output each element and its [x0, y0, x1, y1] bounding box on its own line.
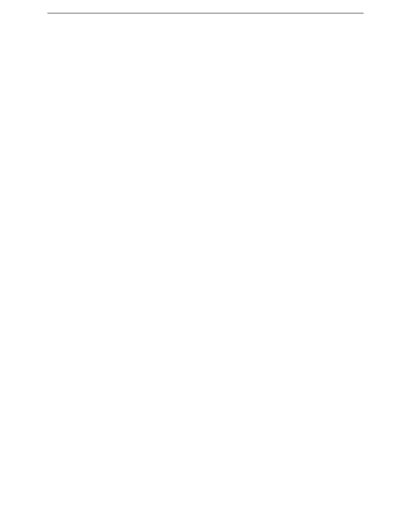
top-horizontal-rule [47, 13, 364, 13]
